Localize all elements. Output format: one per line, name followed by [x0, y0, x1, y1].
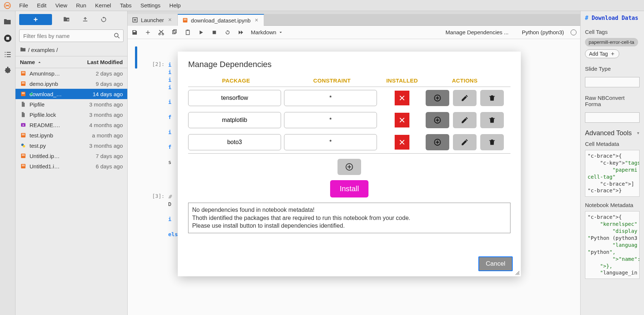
resize-handle-icon[interactable] — [515, 270, 520, 276]
package-input[interactable] — [188, 90, 281, 106]
package-input[interactable] — [188, 134, 281, 150]
dependency-row — [188, 109, 510, 131]
cancel-button[interactable]: Cancel — [478, 256, 513, 271]
dialog-title: Manage Dependencies — [178, 52, 521, 73]
add-package-button[interactable] — [337, 159, 361, 175]
constraint-input[interactable] — [284, 112, 377, 128]
col-actions: ACTIONS — [424, 77, 505, 84]
dialog-message: No dependencies found in notebook metada… — [188, 203, 510, 233]
manage-dependencies-dialog: Manage Dependencies PACKAGE CONSTRAINT I… — [178, 52, 521, 276]
col-package: PACKAGE — [188, 77, 284, 84]
not-installed-icon — [395, 135, 409, 150]
install-button[interactable]: Install — [330, 180, 368, 197]
delete-package-button[interactable] — [480, 90, 504, 106]
edit-package-button[interactable] — [453, 134, 477, 150]
col-constraint: CONSTRAINT — [284, 77, 380, 84]
constraint-input[interactable] — [284, 134, 377, 150]
add-constraint-button[interactable] — [426, 134, 449, 150]
not-installed-icon — [395, 113, 409, 127]
modal-backdrop: Manage Dependencies PACKAGE CONSTRAINT I… — [0, 0, 644, 315]
package-input[interactable] — [188, 112, 281, 128]
edit-package-button[interactable] — [453, 112, 477, 128]
edit-package-button[interactable] — [453, 90, 477, 106]
add-constraint-button[interactable] — [426, 112, 449, 128]
col-installed: INSTALLED — [380, 77, 424, 84]
delete-package-button[interactable] — [480, 112, 504, 128]
add-constraint-button[interactable] — [426, 90, 449, 106]
dependency-row — [188, 131, 510, 153]
not-installed-icon — [395, 91, 409, 105]
delete-package-button[interactable] — [480, 134, 504, 150]
dependency-row — [188, 87, 510, 109]
constraint-input[interactable] — [284, 90, 377, 106]
